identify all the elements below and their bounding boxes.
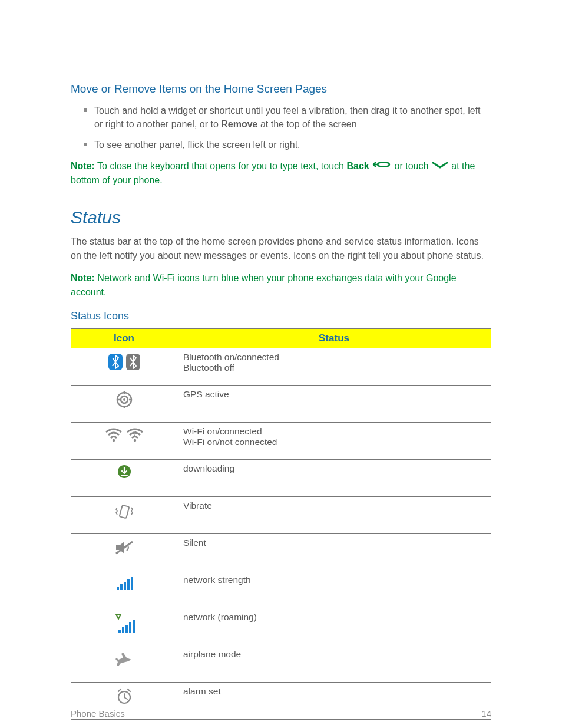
note-text: Network and Wi-Fi icons turn blue when y… (71, 273, 457, 297)
table-header-status: Status (177, 329, 491, 348)
table-cell-status: Vibrate (177, 497, 491, 534)
section-status-title: Status (71, 207, 491, 228)
note-close-keyboard: Note: To close the keyboard that opens f… (71, 159, 491, 188)
status-intro: The status bar at the top of the home sc… (71, 235, 491, 263)
table-cell-status: Wi-Fi on/connected Wi-Fi on/not connecte… (177, 423, 491, 460)
svg-rect-12 (120, 584, 123, 590)
bullet-item-flick: To see another panel, flick the screen l… (84, 138, 491, 151)
silent-icon (71, 534, 177, 571)
note-network-wifi: Note: Network and Wi-Fi icons turn blue … (71, 271, 491, 299)
svg-rect-18 (125, 625, 128, 633)
note-back-bold: Back (346, 161, 369, 171)
footer-section: Phone Basics (71, 709, 125, 719)
table-cell-status: GPS active (177, 386, 491, 423)
table-row: Bluetooth on/connected Bluetooth off (71, 348, 491, 386)
note-label: Note: (71, 273, 95, 283)
table-row: Silent (71, 534, 491, 571)
table-row: ? Wi-Fi on/connected Wi-Fi on/not connec… (71, 423, 491, 460)
note-text: To close the keyboard that opens for you… (95, 161, 347, 171)
back-icon (372, 159, 392, 173)
note-text: or touch (392, 161, 431, 171)
table-row: network strength (71, 571, 491, 608)
svg-rect-13 (124, 582, 126, 590)
svg-point-5 (112, 439, 114, 442)
svg-point-6 (133, 439, 135, 442)
svg-text:?: ? (133, 430, 136, 437)
page-footer: Phone Basics 14 (71, 709, 491, 719)
vibrate-icon (71, 497, 177, 534)
chevron-down-icon (431, 159, 449, 173)
status-icons-table: Icon Status Bluetooth on/connected Bluet… (71, 328, 491, 720)
network-roaming-icon (71, 608, 177, 645)
document-page: Move or Remove Items on the Home Screen … (0, 0, 562, 728)
table-cell-status: airplane mode (177, 645, 491, 683)
bullet-text: at the top of the screen (258, 119, 357, 129)
wifi-icon: ? (71, 423, 177, 460)
svg-rect-14 (127, 579, 130, 590)
table-cell-status: Bluetooth on/connected Bluetooth off (177, 348, 491, 386)
gps-icon (71, 386, 177, 423)
svg-rect-19 (129, 622, 131, 633)
table-row: airplane mode (71, 645, 491, 683)
heading-move-remove: Move or Remove Items on the Home Screen … (71, 83, 491, 95)
footer-page-number: 14 (481, 709, 491, 719)
table-cell-status: downloading (177, 460, 491, 497)
airplane-mode-icon (71, 645, 177, 683)
network-strength-icon (71, 571, 177, 608)
table-row: Vibrate (71, 497, 491, 534)
svg-rect-15 (131, 577, 133, 590)
svg-rect-16 (118, 630, 121, 633)
table-cell-status: network strength (177, 571, 491, 608)
svg-rect-11 (117, 587, 119, 590)
note-label: Note: (71, 161, 95, 171)
bluetooth-icon (71, 348, 177, 386)
bullet-bold-remove: Remove (221, 119, 257, 129)
svg-point-4 (123, 398, 125, 401)
svg-rect-17 (122, 627, 124, 633)
table-row: network (roaming) (71, 608, 491, 645)
table-header-icon: Icon (71, 329, 177, 348)
bullet-list: Touch and hold a widget or shortcut unti… (84, 104, 491, 152)
svg-rect-20 (133, 620, 135, 633)
table-row: GPS active (71, 386, 491, 423)
bullet-item-move: Touch and hold a widget or shortcut unti… (84, 104, 491, 131)
table-row: downloading (71, 460, 491, 497)
status-icons-heading: Status Icons (71, 310, 491, 322)
table-cell-status: Silent (177, 534, 491, 571)
downloading-icon (71, 460, 177, 497)
svg-rect-9 (119, 505, 129, 518)
table-cell-status: network (roaming) (177, 608, 491, 645)
